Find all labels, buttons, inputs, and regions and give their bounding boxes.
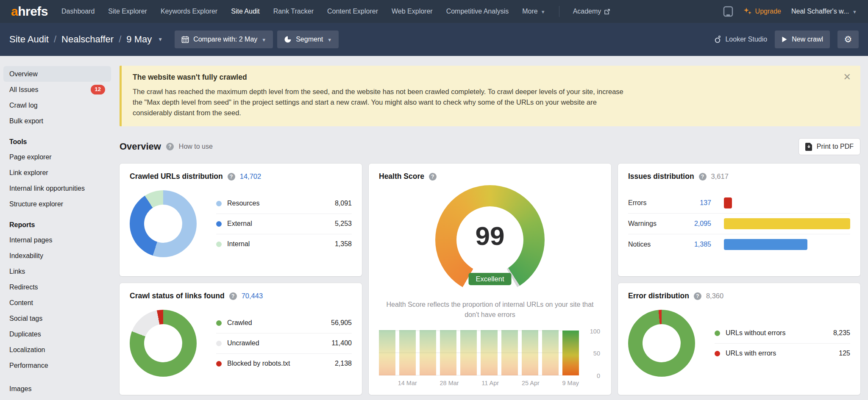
links-found-total-link[interactable]: 70,443 — [242, 292, 263, 300]
trend-x-label — [543, 380, 559, 386]
mobile-app-icon[interactable] — [723, 6, 733, 17]
sidebar-item-structure-explorer[interactable]: Structure explorer — [3, 196, 111, 212]
sidebar-item-redirects[interactable]: Redirects — [3, 279, 111, 295]
help-icon[interactable]: ? — [166, 143, 174, 150]
sidebar-item-social-tags[interactable]: Social tags — [3, 311, 111, 326]
nav-more-menu[interactable]: More▼ — [522, 8, 545, 15]
new-crawl-button[interactable]: New crawl — [775, 31, 830, 48]
sidebar-heading-tools: Tools — [0, 138, 115, 146]
issues-rows: Errors137 Warnings2,095 Notices1,385 — [628, 193, 850, 255]
external-link-icon — [604, 8, 610, 15]
sidebar-item-label: Content — [9, 299, 33, 307]
health-score-gauge: 99 Excellent — [435, 185, 545, 294]
sidebar-item-internal-pages[interactable]: Internal pages — [3, 232, 111, 248]
nav-keywords-explorer[interactable]: Keywords Explorer — [161, 8, 217, 15]
legend-value: 56,905 — [331, 319, 352, 327]
health-score-description: Health Score reflects the proportion of … — [382, 300, 598, 320]
trend-bar — [399, 330, 416, 375]
sidebar-item-label: Redirects — [9, 283, 38, 291]
sidebar-item-link-explorer[interactable]: Link explorer — [3, 165, 111, 181]
close-icon[interactable]: ✕ — [843, 72, 851, 82]
legend: URLs without errors8,235 URLs with error… — [715, 323, 850, 364]
sidebar-item-links[interactable]: Links — [3, 264, 111, 279]
breadcrumb-section[interactable]: Site Audit — [9, 34, 49, 45]
sidebar-item-javascript[interactable]: JavaScript — [3, 397, 111, 400]
crawled-urls-total-link[interactable]: 14,702 — [240, 172, 261, 181]
breadcrumb-project[interactable]: Nealschaffer — [61, 34, 114, 45]
chevron-down-icon[interactable]: ▼ — [158, 36, 163, 42]
nav-divider — [559, 6, 559, 17]
column-middle: Health Score ? 99 Excellent Health Score… — [369, 164, 611, 395]
nav-site-audit[interactable]: Site Audit — [231, 8, 260, 15]
page-title: Overview — [120, 141, 161, 152]
notices-count-link[interactable]: 1,385 — [678, 241, 711, 248]
segment-button[interactable]: Segment ▼ — [277, 31, 339, 48]
sidebar-item-all-issues[interactable]: All Issues12 — [3, 82, 111, 97]
sidebar-item-crawl-log[interactable]: Crawl log — [3, 97, 111, 113]
sidebar-item-page-explorer[interactable]: Page explorer — [3, 149, 111, 165]
upgrade-button[interactable]: Upgrade — [743, 7, 781, 16]
sidebar-item-internal-link-opportunities[interactable]: Internal link opportunities — [3, 181, 111, 196]
trend-x-label — [421, 380, 436, 386]
upgrade-label: Upgrade — [755, 8, 781, 15]
ahrefs-logo[interactable]: ahrefs — [11, 4, 48, 19]
help-icon[interactable]: ? — [694, 292, 701, 300]
errors-count-link[interactable]: 137 — [678, 199, 711, 207]
page-heading-row: Overview ? How to use Print to PDF — [120, 138, 860, 155]
sidebar-item-performance[interactable]: Performance — [3, 358, 111, 373]
trend-x-labels: 14 Mar28 Mar11 Apr25 Apr9 May — [379, 380, 579, 386]
sidebar-item-overview[interactable]: Overview — [3, 66, 111, 82]
crawl-status-card: Crawl status of links found ? 70,443 Cra… — [120, 283, 362, 395]
sidebar-item-duplicates[interactable]: Duplicates — [3, 326, 111, 342]
health-score-trend-chart: 14 Mar28 Mar11 Apr25 Apr9 May 100 50 0 — [379, 325, 601, 386]
sidebar-item-content[interactable]: Content — [3, 295, 111, 311]
trend-x-label: 28 Mar — [440, 380, 459, 386]
help-icon[interactable]: ? — [429, 173, 437, 181]
account-menu[interactable]: Neal Schaffer's w...▼ — [791, 8, 857, 15]
trend-bar — [542, 330, 559, 375]
nav-dashboard[interactable]: Dashboard — [61, 8, 95, 15]
legend-value: 11,400 — [331, 339, 352, 347]
sidebar-item-images[interactable]: Images — [3, 381, 111, 397]
issues-row-errors: Errors137 — [628, 193, 850, 213]
legend-dot — [216, 221, 222, 227]
nav-content-explorer[interactable]: Content Explorer — [327, 8, 378, 15]
play-icon — [782, 36, 787, 43]
nav-rank-tracker[interactable]: Rank Tracker — [273, 8, 314, 15]
trend-bar — [379, 330, 395, 375]
nav-site-explorer[interactable]: Site Explorer — [108, 8, 147, 15]
card-title: Issues distribution — [628, 172, 694, 181]
sidebar-item-bulk-export[interactable]: Bulk export — [3, 113, 111, 129]
print-to-pdf-button[interactable]: Print to PDF — [798, 138, 860, 155]
legend-value: 8,235 — [833, 329, 850, 337]
legend-value: 125 — [839, 350, 850, 357]
help-icon[interactable]: ? — [699, 173, 707, 181]
trend-x-label: 25 Apr — [522, 380, 540, 386]
trend-y-axis: 100 50 0 — [579, 325, 601, 386]
sidebar-item-indexability[interactable]: Indexability — [3, 248, 111, 264]
help-icon[interactable]: ? — [228, 173, 235, 181]
legend-item: Internal1,358 — [216, 234, 352, 254]
nav-academy[interactable]: Academy — [573, 8, 611, 15]
trend-x-label — [379, 380, 394, 386]
legend: Crawled56,905 Uncrawled11,400 Blocked by… — [216, 313, 352, 374]
compare-with-button[interactable]: Compare with: 2 May ▼ — [175, 31, 273, 48]
looker-studio-link[interactable]: Looker Studio — [714, 35, 767, 44]
settings-button[interactable]: ⚙ — [837, 31, 859, 48]
breadcrumb: Site Audit / Nealschaffer / 9 May ▼ — [9, 34, 163, 45]
banner-body: The crawl has reached the maximum depth … — [133, 86, 633, 118]
trend-x-label — [463, 380, 478, 386]
trend-bar — [420, 330, 436, 375]
breadcrumb-crawl-date[interactable]: 9 May — [126, 34, 152, 45]
y-tick: 50 — [593, 350, 600, 357]
compare-with-label: Compare with: 2 May — [193, 36, 257, 43]
y-tick: 100 — [590, 328, 600, 335]
nav-web-explorer[interactable]: Web Explorer — [392, 8, 433, 15]
sidebar-item-localization[interactable]: Localization — [3, 342, 111, 358]
help-icon[interactable]: ? — [229, 292, 237, 300]
warnings-count-link[interactable]: 2,095 — [678, 220, 711, 228]
segment-label: Segment — [296, 36, 323, 43]
legend-label: External — [227, 220, 252, 228]
nav-competitive-analysis[interactable]: Competitive Analysis — [446, 8, 509, 15]
how-to-use-link[interactable]: How to use — [179, 143, 213, 150]
